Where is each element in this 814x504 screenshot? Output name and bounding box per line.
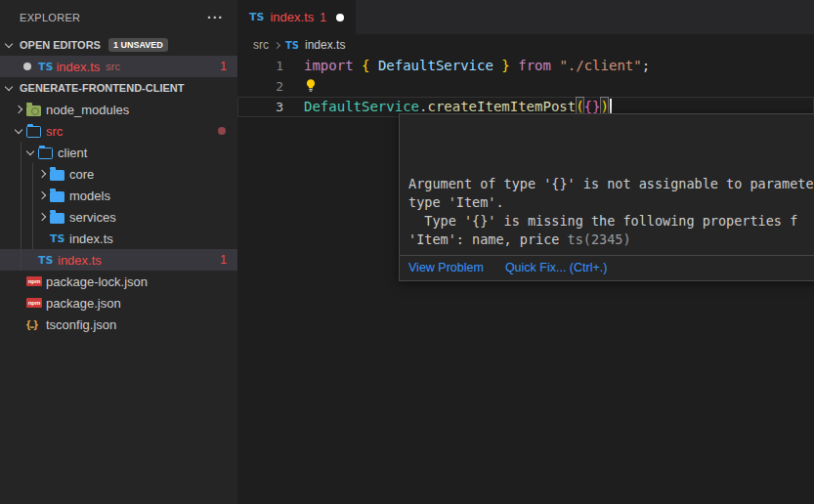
chevron-right-icon (274, 41, 280, 48)
chevron-down-icon[interactable] (14, 130, 26, 133)
breadcrumb-file[interactable]: index.ts (305, 38, 345, 52)
chevron-down-icon (4, 87, 17, 90)
tree-item-package.json[interactable]: npmpackage.json (0, 292, 237, 314)
code-token: ; (642, 56, 650, 76)
folder-open-icon (38, 146, 55, 159)
tree-item-label: core (69, 167, 94, 182)
node-modules-folder-icon (26, 104, 43, 116)
file-tree: node_modulessrcclientcoremodelsservicesT… (0, 99, 237, 335)
npm-icon: npm (26, 276, 43, 286)
typescript-icon: TS (38, 61, 53, 73)
breadcrumb-folder[interactable]: src (253, 38, 269, 52)
tab-error-count: 1 (320, 11, 326, 24)
code-token (551, 56, 559, 76)
quick-fix-link[interactable]: Quick Fix... (Ctrl+.) (505, 261, 608, 274)
tree-item-label: index.ts (58, 253, 102, 268)
breadcrumb: src TS index.ts (237, 34, 814, 56)
error-message-line: Type '{}' is missing the following prope… (408, 212, 814, 231)
folder-icon (50, 168, 66, 181)
code-token: from (518, 56, 551, 76)
code-area[interactable]: 1import { DefaultService } from "./clien… (237, 56, 814, 117)
typescript-icon: TS (38, 254, 55, 267)
tree-item-label: src (46, 124, 63, 139)
lightbulb-icon[interactable] (304, 78, 318, 99)
tree-item-label: services (69, 210, 116, 225)
tree-item-label: models (69, 189, 110, 203)
view-problem-link[interactable]: View Problem (408, 261, 484, 274)
tree-item-index.ts[interactable]: TSindex.ts1 (0, 249, 237, 271)
vscode-window: { "icon_glyphs": { "ts": "TS", "npm": "n… (0, 0, 814, 504)
unsaved-dot-icon[interactable] (23, 63, 31, 70)
tree-item-models[interactable]: models (0, 185, 237, 206)
code-token (510, 56, 518, 76)
error-count-badge: 1 (220, 253, 227, 267)
code-line-text: import { DefaultService } from "./client… (283, 56, 650, 76)
code-line-2[interactable]: 2 (237, 76, 814, 97)
tree-item-node_modules[interactable]: node_modules (0, 99, 237, 120)
chevron-right-icon[interactable] (14, 106, 26, 112)
typescript-icon: TS (285, 40, 299, 51)
more-actions-icon[interactable]: ··· (207, 13, 224, 22)
tree-item-label: package-lock.json (46, 274, 148, 289)
explorer-title: EXPLORER (20, 12, 80, 23)
code-token: } (501, 56, 509, 76)
error-message-line: Argument of type '{}' is not assignable … (408, 175, 814, 193)
workspace-name-label: GENERATE-FRONTEND-CLIENT (20, 82, 184, 94)
typescript-icon: TS (249, 11, 264, 23)
code-token (354, 56, 362, 76)
code-token (493, 56, 501, 76)
typescript-icon: TS (50, 232, 66, 245)
code-token: import (304, 56, 354, 76)
tree-item-client[interactable]: client (0, 142, 237, 163)
folder-icon (50, 189, 66, 202)
tab-unsaved-dot-icon[interactable] (336, 14, 344, 21)
line-number: 3 (237, 97, 283, 117)
npm-icon: npm (26, 298, 43, 308)
hover-actions: View Problem Quick Fix... (Ctrl+.) (400, 255, 814, 280)
tab-index-ts[interactable]: TS index.ts 1 (237, 0, 356, 34)
error-hover-tooltip: Argument of type '{}' is not assignable … (399, 113, 814, 281)
code-line-1[interactable]: 1import { DefaultService } from "./clien… (237, 56, 814, 76)
workspace-section-header[interactable]: GENERATE-FRONTEND-CLIENT (0, 77, 237, 99)
tree-item-package-lock.json[interactable]: npmpackage-lock.json (0, 271, 237, 292)
open-editor-file-description: src (106, 61, 120, 72)
folder-icon (50, 211, 66, 224)
explorer-pane-header: EXPLORER ··· (0, 0, 237, 34)
tree-item-tsconfig.json[interactable]: {..}tsconfig.json (0, 314, 237, 335)
chevron-down-icon[interactable] (25, 151, 38, 154)
tree-item-index.ts[interactable]: TSindex.ts (0, 228, 237, 249)
code-token: "./client" (559, 56, 641, 76)
tree-item-label: index.ts (69, 231, 113, 246)
error-count-badge: 1 (220, 60, 227, 73)
tab-label: index.ts (270, 10, 314, 24)
tree-item-label: client (58, 146, 87, 160)
open-editor-item-index-ts[interactable]: TS index.ts src 1 (0, 56, 237, 77)
tree-item-core[interactable]: core (0, 163, 237, 185)
code-token (369, 56, 377, 76)
chevron-right-icon[interactable] (37, 214, 50, 220)
tab-bar: TS index.ts 1 (237, 0, 814, 34)
tree-item-label: node_modules (46, 103, 129, 117)
open-editors-section-header[interactable]: OPEN EDITORS 1 UNSAVED (0, 34, 237, 56)
error-message: Argument of type '{}' is not assignable … (400, 114, 814, 255)
line-number: 2 (237, 76, 283, 97)
tree-item-src[interactable]: src (0, 120, 237, 142)
chevron-right-icon[interactable] (37, 192, 50, 198)
error-code: ts(2345) (568, 231, 631, 247)
chevron-right-icon[interactable] (37, 171, 50, 177)
tree-item-label: package.json (46, 296, 121, 311)
tree-item-label: tsconfig.json (46, 317, 116, 332)
open-editor-file-name: index.ts (56, 60, 100, 74)
error-message-line: type 'Item'. (408, 193, 814, 212)
folder-open-icon (26, 124, 43, 138)
code-token: DefaultService (378, 56, 493, 76)
code-token: { (362, 56, 369, 76)
open-editors-label: OPEN EDITORS (20, 39, 101, 51)
unsaved-count-badge: 1 UNSAVED (108, 38, 168, 52)
chevron-down-icon (4, 44, 17, 47)
tree-item-services[interactable]: services (0, 206, 237, 228)
json-icon: {..} (26, 318, 43, 330)
error-message-line: 'Item': name, price ts(2345) (408, 231, 814, 249)
code-line-text (283, 76, 318, 97)
explorer-sidebar: EXPLORER ··· OPEN EDITORS 1 UNSAVED TS i… (0, 0, 237, 504)
